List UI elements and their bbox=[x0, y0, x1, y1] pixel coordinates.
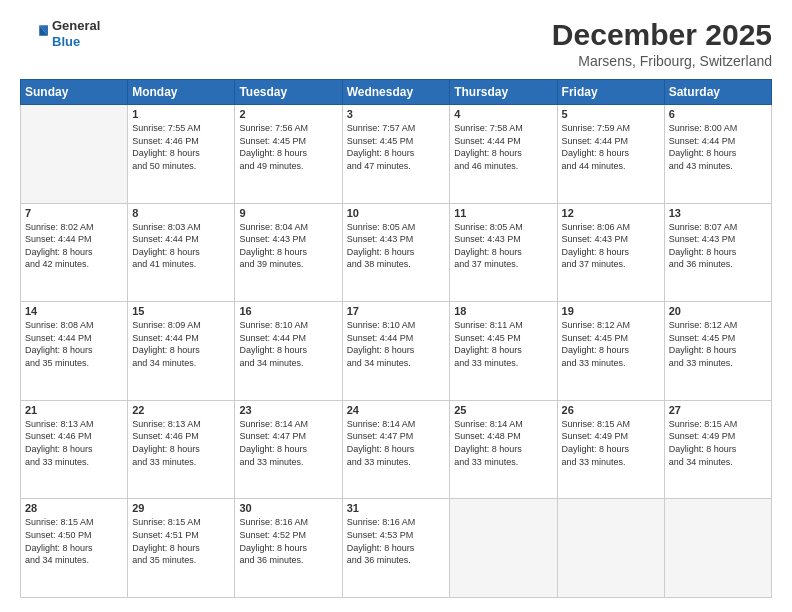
calendar-cell: 13Sunrise: 8:07 AMSunset: 4:43 PMDayligh… bbox=[664, 203, 771, 302]
calendar-cell: 29Sunrise: 8:15 AMSunset: 4:51 PMDayligh… bbox=[128, 499, 235, 598]
calendar-cell: 20Sunrise: 8:12 AMSunset: 4:45 PMDayligh… bbox=[664, 302, 771, 401]
day-number: 1 bbox=[132, 108, 230, 120]
calendar-cell: 18Sunrise: 8:11 AMSunset: 4:45 PMDayligh… bbox=[450, 302, 557, 401]
calendar-cell: 26Sunrise: 8:15 AMSunset: 4:49 PMDayligh… bbox=[557, 400, 664, 499]
calendar-cell: 5Sunrise: 7:59 AMSunset: 4:44 PMDaylight… bbox=[557, 105, 664, 204]
calendar-cell: 8Sunrise: 8:03 AMSunset: 4:44 PMDaylight… bbox=[128, 203, 235, 302]
calendar-cell: 11Sunrise: 8:05 AMSunset: 4:43 PMDayligh… bbox=[450, 203, 557, 302]
day-info: Sunrise: 8:04 AMSunset: 4:43 PMDaylight:… bbox=[239, 221, 337, 271]
day-info: Sunrise: 8:08 AMSunset: 4:44 PMDaylight:… bbox=[25, 319, 123, 369]
logo: General Blue bbox=[20, 18, 100, 49]
day-number: 28 bbox=[25, 502, 123, 514]
day-number: 18 bbox=[454, 305, 552, 317]
day-info: Sunrise: 8:12 AMSunset: 4:45 PMDaylight:… bbox=[669, 319, 767, 369]
calendar-cell: 24Sunrise: 8:14 AMSunset: 4:47 PMDayligh… bbox=[342, 400, 450, 499]
location-subtitle: Marsens, Fribourg, Switzerland bbox=[552, 53, 772, 69]
calendar-cell: 15Sunrise: 8:09 AMSunset: 4:44 PMDayligh… bbox=[128, 302, 235, 401]
weekday-header-saturday: Saturday bbox=[664, 80, 771, 105]
day-info: Sunrise: 8:07 AMSunset: 4:43 PMDaylight:… bbox=[669, 221, 767, 271]
day-info: Sunrise: 8:13 AMSunset: 4:46 PMDaylight:… bbox=[25, 418, 123, 468]
day-info: Sunrise: 8:09 AMSunset: 4:44 PMDaylight:… bbox=[132, 319, 230, 369]
day-info: Sunrise: 8:10 AMSunset: 4:44 PMDaylight:… bbox=[239, 319, 337, 369]
day-info: Sunrise: 8:16 AMSunset: 4:52 PMDaylight:… bbox=[239, 516, 337, 566]
calendar-page: General Blue December 2025 Marsens, Frib… bbox=[0, 0, 792, 612]
day-info: Sunrise: 7:56 AMSunset: 4:45 PMDaylight:… bbox=[239, 122, 337, 172]
day-number: 25 bbox=[454, 404, 552, 416]
weekday-header-sunday: Sunday bbox=[21, 80, 128, 105]
day-number: 27 bbox=[669, 404, 767, 416]
day-number: 19 bbox=[562, 305, 660, 317]
day-info: Sunrise: 8:11 AMSunset: 4:45 PMDaylight:… bbox=[454, 319, 552, 369]
day-number: 12 bbox=[562, 207, 660, 219]
day-info: Sunrise: 7:59 AMSunset: 4:44 PMDaylight:… bbox=[562, 122, 660, 172]
day-info: Sunrise: 8:05 AMSunset: 4:43 PMDaylight:… bbox=[347, 221, 446, 271]
day-info: Sunrise: 8:16 AMSunset: 4:53 PMDaylight:… bbox=[347, 516, 446, 566]
calendar-week-row: 28Sunrise: 8:15 AMSunset: 4:50 PMDayligh… bbox=[21, 499, 772, 598]
calendar-cell: 30Sunrise: 8:16 AMSunset: 4:52 PMDayligh… bbox=[235, 499, 342, 598]
calendar-cell: 10Sunrise: 8:05 AMSunset: 4:43 PMDayligh… bbox=[342, 203, 450, 302]
day-number: 17 bbox=[347, 305, 446, 317]
weekday-header-friday: Friday bbox=[557, 80, 664, 105]
day-info: Sunrise: 8:00 AMSunset: 4:44 PMDaylight:… bbox=[669, 122, 767, 172]
day-number: 14 bbox=[25, 305, 123, 317]
day-number: 7 bbox=[25, 207, 123, 219]
day-number: 6 bbox=[669, 108, 767, 120]
day-info: Sunrise: 8:15 AMSunset: 4:49 PMDaylight:… bbox=[669, 418, 767, 468]
day-number: 13 bbox=[669, 207, 767, 219]
calendar-cell bbox=[557, 499, 664, 598]
day-number: 20 bbox=[669, 305, 767, 317]
calendar-week-row: 14Sunrise: 8:08 AMSunset: 4:44 PMDayligh… bbox=[21, 302, 772, 401]
calendar-cell: 22Sunrise: 8:13 AMSunset: 4:46 PMDayligh… bbox=[128, 400, 235, 499]
calendar-cell: 7Sunrise: 8:02 AMSunset: 4:44 PMDaylight… bbox=[21, 203, 128, 302]
day-number: 26 bbox=[562, 404, 660, 416]
calendar-cell: 12Sunrise: 8:06 AMSunset: 4:43 PMDayligh… bbox=[557, 203, 664, 302]
day-info: Sunrise: 8:14 AMSunset: 4:48 PMDaylight:… bbox=[454, 418, 552, 468]
calendar-cell: 25Sunrise: 8:14 AMSunset: 4:48 PMDayligh… bbox=[450, 400, 557, 499]
weekday-header-wednesday: Wednesday bbox=[342, 80, 450, 105]
logo-icon bbox=[20, 20, 48, 48]
day-info: Sunrise: 8:15 AMSunset: 4:50 PMDaylight:… bbox=[25, 516, 123, 566]
day-info: Sunrise: 8:05 AMSunset: 4:43 PMDaylight:… bbox=[454, 221, 552, 271]
day-number: 23 bbox=[239, 404, 337, 416]
page-header: General Blue December 2025 Marsens, Frib… bbox=[20, 18, 772, 69]
month-title: December 2025 bbox=[552, 18, 772, 51]
day-number: 29 bbox=[132, 502, 230, 514]
calendar-cell: 23Sunrise: 8:14 AMSunset: 4:47 PMDayligh… bbox=[235, 400, 342, 499]
calendar-cell: 3Sunrise: 7:57 AMSunset: 4:45 PMDaylight… bbox=[342, 105, 450, 204]
day-info: Sunrise: 8:02 AMSunset: 4:44 PMDaylight:… bbox=[25, 221, 123, 271]
calendar-week-row: 21Sunrise: 8:13 AMSunset: 4:46 PMDayligh… bbox=[21, 400, 772, 499]
calendar-cell bbox=[450, 499, 557, 598]
day-number: 10 bbox=[347, 207, 446, 219]
day-number: 5 bbox=[562, 108, 660, 120]
day-info: Sunrise: 8:14 AMSunset: 4:47 PMDaylight:… bbox=[239, 418, 337, 468]
day-number: 16 bbox=[239, 305, 337, 317]
calendar-week-row: 7Sunrise: 8:02 AMSunset: 4:44 PMDaylight… bbox=[21, 203, 772, 302]
calendar-cell: 27Sunrise: 8:15 AMSunset: 4:49 PMDayligh… bbox=[664, 400, 771, 499]
day-info: Sunrise: 8:14 AMSunset: 4:47 PMDaylight:… bbox=[347, 418, 446, 468]
day-info: Sunrise: 7:57 AMSunset: 4:45 PMDaylight:… bbox=[347, 122, 446, 172]
calendar-cell: 31Sunrise: 8:16 AMSunset: 4:53 PMDayligh… bbox=[342, 499, 450, 598]
day-number: 22 bbox=[132, 404, 230, 416]
day-info: Sunrise: 8:12 AMSunset: 4:45 PMDaylight:… bbox=[562, 319, 660, 369]
title-block: December 2025 Marsens, Fribourg, Switzer… bbox=[552, 18, 772, 69]
day-number: 15 bbox=[132, 305, 230, 317]
logo-text: General Blue bbox=[52, 18, 100, 49]
calendar-cell: 1Sunrise: 7:55 AMSunset: 4:46 PMDaylight… bbox=[128, 105, 235, 204]
calendar-cell: 14Sunrise: 8:08 AMSunset: 4:44 PMDayligh… bbox=[21, 302, 128, 401]
calendar-week-row: 1Sunrise: 7:55 AMSunset: 4:46 PMDaylight… bbox=[21, 105, 772, 204]
calendar-cell: 19Sunrise: 8:12 AMSunset: 4:45 PMDayligh… bbox=[557, 302, 664, 401]
day-info: Sunrise: 7:58 AMSunset: 4:44 PMDaylight:… bbox=[454, 122, 552, 172]
day-info: Sunrise: 8:03 AMSunset: 4:44 PMDaylight:… bbox=[132, 221, 230, 271]
day-number: 9 bbox=[239, 207, 337, 219]
day-number: 11 bbox=[454, 207, 552, 219]
day-info: Sunrise: 8:06 AMSunset: 4:43 PMDaylight:… bbox=[562, 221, 660, 271]
day-number: 3 bbox=[347, 108, 446, 120]
day-info: Sunrise: 7:55 AMSunset: 4:46 PMDaylight:… bbox=[132, 122, 230, 172]
day-info: Sunrise: 8:15 AMSunset: 4:51 PMDaylight:… bbox=[132, 516, 230, 566]
weekday-header-monday: Monday bbox=[128, 80, 235, 105]
day-number: 21 bbox=[25, 404, 123, 416]
calendar-cell bbox=[21, 105, 128, 204]
day-number: 4 bbox=[454, 108, 552, 120]
calendar-table: SundayMondayTuesdayWednesdayThursdayFrid… bbox=[20, 79, 772, 598]
day-number: 8 bbox=[132, 207, 230, 219]
